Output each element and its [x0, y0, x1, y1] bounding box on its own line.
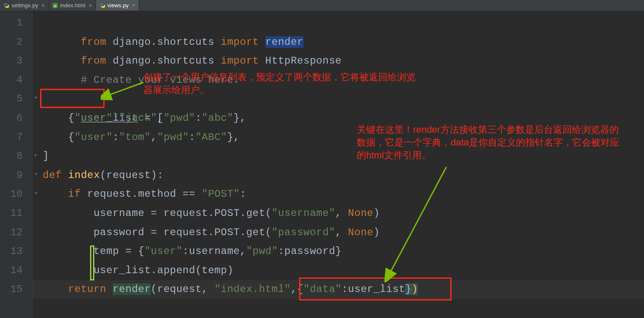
code-line: username = request.POST.get("username", … — [32, 204, 644, 223]
code-line: if request.method == "POST": — [32, 185, 644, 204]
line-number[interactable]: 9 — [0, 166, 32, 185]
tab-settings-py[interactable]: settings.py × — [0, 0, 49, 11]
tab-label: settings.py — [12, 2, 38, 9]
code-line: # Create your views here. — [32, 52, 644, 71]
line-number[interactable]: 7 — [0, 128, 32, 147]
change-marker — [90, 245, 94, 280]
line-number[interactable]: 15 — [0, 280, 32, 299]
code-line: temp = {"user":username,"pwd":password} — [32, 242, 644, 261]
code-line: def index(request): — [32, 166, 644, 185]
tab-label: views.py — [108, 2, 129, 9]
annotation-box — [40, 89, 105, 108]
tab-views-py[interactable]: views.py × — [96, 0, 139, 11]
tab-bar: settings.py × H index.html × views.py × — [0, 0, 644, 11]
code-editor[interactable]: 1 2 3 4 5 6 7 8 9 10 11 12 13 14 15 ▾ ▾ … — [0, 11, 644, 318]
annotation-text: 关键在这里！render方法接收第三个参数是后台返回给浏览器的 数据，它是一个字… — [357, 123, 644, 162]
line-number[interactable]: 10 — [0, 185, 32, 204]
line-number[interactable]: 2 — [0, 33, 32, 52]
line-number[interactable]: 13 — [0, 242, 32, 261]
tab-label: index.html — [60, 2, 85, 9]
line-number[interactable]: 6 — [0, 109, 32, 128]
close-icon[interactable]: × — [89, 2, 92, 9]
line-number[interactable]: 5 — [0, 90, 32, 109]
svg-text:H: H — [54, 4, 56, 8]
annotation-box — [299, 277, 452, 300]
gutter: 1 2 3 4 5 6 7 8 9 10 11 12 13 14 15 — [0, 11, 32, 318]
code-line: from django.shortcuts import render — [32, 14, 644, 33]
code-area[interactable]: ▾ ▾ ▸ ▾ ▾ ▴ from django.shortcuts import… — [32, 11, 644, 318]
python-icon — [99, 3, 105, 9]
line-number[interactable]: 4 — [0, 71, 32, 90]
python-icon — [3, 3, 9, 9]
code-line: password = request.POST.get("password", … — [32, 223, 644, 242]
line-number[interactable]: 1 — [0, 14, 32, 33]
close-icon[interactable]: × — [41, 2, 45, 9]
line-number[interactable]: 11 — [0, 204, 32, 223]
code-line: from django.shortcuts import HttpRespons… — [32, 33, 644, 52]
line-number[interactable]: 12 — [0, 223, 32, 242]
close-icon[interactable]: × — [132, 2, 135, 9]
line-number[interactable]: 14 — [0, 261, 32, 280]
html-icon: H — [52, 3, 58, 9]
line-number[interactable]: 8 — [0, 147, 32, 166]
line-number[interactable]: 3 — [0, 52, 32, 71]
tab-index-html[interactable]: H index.html × — [49, 0, 96, 11]
annotation-text: 创建了一个用户信息列表，预定义了两个数据，它将被返回给浏览器展示给用户。 — [143, 71, 417, 96]
